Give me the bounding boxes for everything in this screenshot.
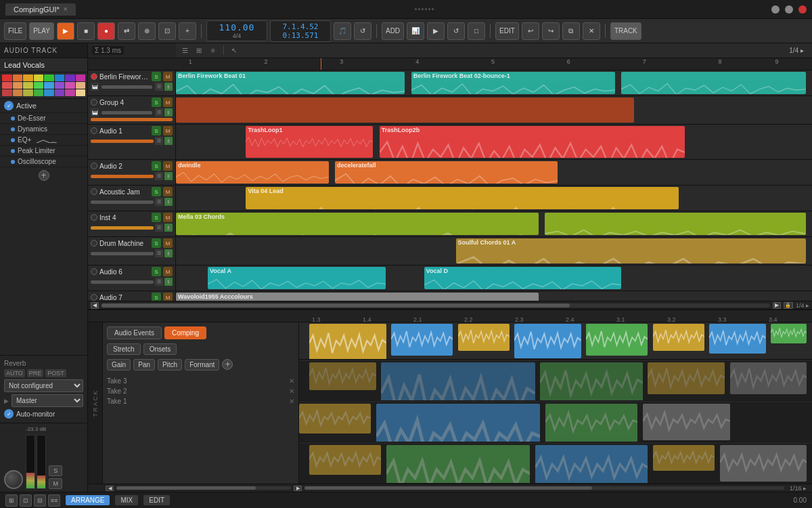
hscrollbar[interactable]: ◀ ▶ 🔒 1/4 ▸: [88, 301, 812, 309]
comping-tab[interactable]: Comping: [164, 326, 206, 339]
take1-clip2[interactable]: [386, 445, 530, 483]
mute-btn[interactable]: M: [163, 213, 173, 222]
close-x-button[interactable]: ✕: [583, 22, 600, 40]
record-btn[interactable]: [91, 163, 97, 169]
status-btn-4[interactable]: ≡≡: [48, 494, 60, 507]
clip-berlin-1[interactable]: Berlin Firework Beat 01: [176, 72, 405, 94]
mute-btn[interactable]: M: [163, 72, 173, 81]
lower-scroll-track-right[interactable]: [304, 486, 784, 490]
record-btn[interactable]: [91, 188, 97, 195]
take2-clips[interactable]: [299, 402, 812, 442]
color-cell[interactable]: [55, 82, 65, 89]
fx-add-button[interactable]: +: [39, 170, 49, 181]
color-cell[interactable]: [2, 75, 12, 81]
comp-clip-4[interactable]: [514, 324, 581, 358]
menu-icon[interactable]: ☰: [155, 224, 163, 232]
clip-dwindle[interactable]: dwindle: [176, 161, 329, 184]
record-btn[interactable]: [91, 99, 97, 106]
clip-vocal-d[interactable]: Vocal D: [424, 267, 621, 289]
menu-icon[interactable]: ☰: [155, 198, 163, 206]
color-cell[interactable]: [76, 75, 86, 81]
color-cell[interactable]: [55, 75, 65, 81]
lower-scroll-track-left[interactable]: [116, 486, 291, 490]
file-button[interactable]: FILE: [4, 22, 26, 40]
volume-fader[interactable]: [91, 118, 173, 121]
color-cell[interactable]: [44, 89, 54, 96]
fx-dynamics[interactable]: Dynamics: [0, 124, 87, 135]
bar-chart-button[interactable]: 📊: [407, 22, 424, 40]
track-list-btn[interactable]: ☰: [179, 45, 191, 56]
color-cell[interactable]: [23, 82, 33, 89]
track-clips-drum[interactable]: Soulful Chords 01 A: [176, 237, 812, 265]
lead-vocals-clips[interactable]: [299, 322, 812, 360]
color-cell[interactable]: [65, 82, 75, 89]
add-track-button[interactable]: +: [179, 22, 196, 40]
edit-button[interactable]: EDIT: [495, 22, 519, 40]
rewind-button[interactable]: ↺: [447, 22, 465, 40]
auto-monitor-check[interactable]: ✓: [4, 409, 14, 419]
color-cell[interactable]: [13, 82, 23, 89]
mute-btn[interactable]: M: [163, 187, 173, 196]
clip-mella03b[interactable]: [545, 213, 805, 235]
lower-scroll-thumb-right[interactable]: [304, 486, 592, 490]
fx-oscilloscope[interactable]: Oscilloscope: [0, 156, 87, 167]
take3-close[interactable]: ✕: [289, 377, 294, 385]
solo-btn[interactable]: S: [152, 213, 161, 222]
zoom-upper[interactable]: 1/4 ▸: [789, 47, 804, 54]
take3-clip1[interactable]: [309, 362, 376, 390]
clip-mella03[interactable]: Mella 03 Chords: [176, 213, 539, 235]
main-tab[interactable]: CompingGUI* ×: [5, 3, 76, 16]
comp-clip-8[interactable]: [771, 324, 807, 343]
mute-button[interactable]: M: [49, 478, 62, 489]
comp-clip-3[interactable]: [458, 324, 510, 351]
solo-btn[interactable]: S: [152, 161, 161, 171]
gain-btn[interactable]: Gain: [107, 359, 131, 371]
edit-tab[interactable]: EDIT: [143, 495, 170, 505]
cursor-btn[interactable]: ↖: [228, 45, 240, 56]
clip-vita04[interactable]: Vita 04 Lead: [246, 187, 678, 209]
lower-scroll-left-btn[interactable]: ◀: [106, 486, 114, 491]
fader[interactable]: [91, 140, 154, 143]
take1-clip5[interactable]: [720, 445, 807, 482]
track-clips-group4[interactable]: [176, 96, 812, 124]
menu-icon[interactable]: ☰: [155, 249, 163, 257]
scroll-right-btn[interactable]: ▶: [773, 302, 781, 309]
undo-loop-button[interactable]: ↺: [354, 22, 371, 40]
fx-peak-limiter[interactable]: Peak Limiter: [0, 146, 87, 156]
take3-clip2[interactable]: [381, 362, 535, 400]
tab-close[interactable]: ×: [64, 5, 68, 13]
lower-scroll-right-btn[interactable]: ▶: [294, 486, 302, 491]
color-cell[interactable]: [55, 89, 65, 96]
metronome-button[interactable]: 🎵: [334, 22, 351, 40]
clip-deceleratefall[interactable]: deceleratefall: [335, 161, 558, 184]
color-cell[interactable]: [76, 82, 86, 89]
clip-wavoloid[interactable]: Wavoloid1955 Acccolours: [176, 293, 539, 301]
hscroll-thumb[interactable]: [102, 303, 570, 308]
mute-btn[interactable]: M: [163, 126, 173, 135]
fader[interactable]: [91, 175, 154, 178]
color-cell[interactable]: [13, 89, 23, 96]
status-btn-1[interactable]: ⊞: [5, 494, 18, 507]
clip-soulful[interactable]: Soulful Chords 01 A: [456, 238, 806, 263]
level-icon[interactable]: ▮: [164, 278, 173, 286]
level-icon[interactable]: ▮: [164, 137, 173, 145]
master-select[interactable]: Master: [12, 394, 83, 407]
active-checkbox[interactable]: ✓: [4, 101, 14, 110]
instrument-icon[interactable]: 🎹: [91, 83, 99, 91]
track-clips-audio1[interactable]: TrashLoop1 TrashLoop2b: [176, 125, 812, 159]
take1-clips[interactable]: [299, 444, 812, 483]
play-button[interactable]: ▶: [57, 22, 74, 40]
color-cell[interactable]: [34, 75, 44, 81]
tracks-container[interactable]: Berlin Firework Kit S M 🎹 ☰ ▮: [88, 70, 812, 301]
color-cell[interactable]: [76, 89, 86, 96]
take1-close[interactable]: ✕: [289, 398, 294, 405]
record-btn[interactable]: [91, 214, 97, 221]
maximize-btn[interactable]: [785, 5, 793, 14]
color-cell[interactable]: [2, 89, 12, 96]
fader[interactable]: [91, 200, 154, 204]
zoom-display[interactable]: 1/4 ▸: [796, 302, 809, 309]
record-btn[interactable]: [91, 268, 97, 275]
clip-trashloop2b[interactable]: TrashLoop2b: [380, 126, 685, 158]
comp-clip-6[interactable]: [653, 324, 704, 351]
level-icon[interactable]: ▮: [164, 198, 173, 206]
